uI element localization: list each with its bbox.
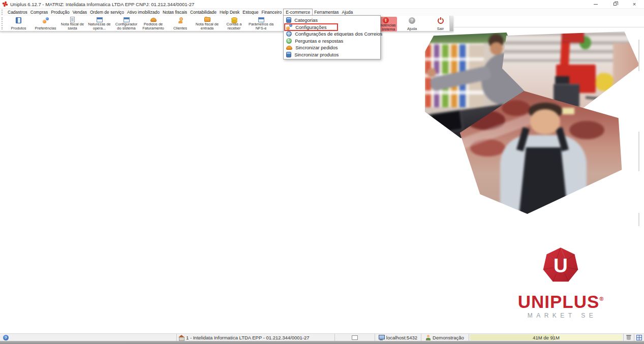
restore-button[interactable]: [605, 0, 625, 8]
folder-icon: [204, 17, 210, 22]
minimize-icon: [594, 4, 598, 5]
window-icon: [258, 17, 264, 22]
menu-financeiro[interactable]: Financeiro: [260, 9, 283, 16]
uniplus-monogram: U: [554, 255, 568, 276]
menuitem-perguntas-respostas[interactable]: ↻ Perguntas e respostas: [284, 38, 380, 45]
toolbar-contas-receber[interactable]: Contas a receber: [221, 16, 248, 31]
user-icon: [426, 335, 431, 340]
checkbox-indicator-icon: [352, 335, 358, 340]
window-controls: ×: [586, 0, 644, 8]
toolbar-naturezas-operacao[interactable]: Naturezas de opera...: [86, 16, 113, 31]
menu-vendas[interactable]: Vendas: [71, 9, 88, 16]
backdrop-edge-fragment: [638, 132, 639, 171]
menu-producao[interactable]: Produção: [49, 9, 71, 16]
menu-ecommerce-label: E-commerce: [286, 10, 310, 15]
minimize-button[interactable]: [586, 0, 605, 8]
menu-ecommerce[interactable]: E-commerce Categorias Configurações Con: [283, 9, 313, 16]
coins-icon: [231, 17, 237, 22]
toolbar-scroll-strip: [449, 16, 453, 31]
toolbar-nota-fiscal-entrada[interactable]: Nota fiscal de entrada: [194, 16, 221, 31]
logo-tagline: MARKET SE: [506, 312, 616, 319]
menuitem-sincronizar-produtos[interactable]: Sincronizar produtos: [284, 51, 380, 58]
basket-icon: [286, 46, 292, 50]
computer-icon: [379, 335, 384, 340]
database-icon: [286, 52, 291, 57]
backdrop-top-edge: [454, 27, 644, 27]
toolbar-parametros-nfse[interactable]: Parâmetros da NFS-e: [248, 16, 274, 31]
settings-balls-icon: [43, 17, 49, 23]
backdrop-edge-fragment: [638, 40, 639, 71]
close-button[interactable]: ×: [625, 0, 644, 8]
status-bar: ? 1 - Intelidata Informatica LTDA EPP - …: [0, 333, 644, 341]
uniplus-logo: U UNIPLUS® MARKET SE: [506, 245, 616, 319]
basket-icon: [150, 18, 157, 22]
status-server-segment: localhost:5432: [375, 334, 421, 341]
window-title: Uniplus 6.12.7 - MATRIZ: Intelidata Info…: [10, 2, 194, 7]
menu-ordem-de-servico[interactable]: Ordem de serviço: [88, 9, 126, 16]
window-icon: [124, 17, 130, 22]
menubar-drag-handle[interactable]: [2, 10, 5, 15]
status-checkbox-segment: [334, 334, 375, 341]
status-trash-segment: [623, 334, 634, 341]
product-box-icon: [16, 17, 21, 23]
toolbar-produtos[interactable]: Produtos: [5, 16, 32, 31]
menu-ajuda[interactable]: Ajuda: [341, 9, 355, 16]
toolbar-ajuda[interactable]: ? Ajuda: [398, 17, 425, 32]
status-server-text: localhost:5432: [386, 335, 417, 340]
menu-contabilidade[interactable]: Contabilidade: [189, 9, 218, 16]
toolbar-clientes[interactable]: Clientes: [167, 16, 194, 31]
window-icon: [97, 17, 103, 22]
status-location-segment: 1 - Intelidata Informatica LTDA EPP - 01…: [176, 334, 334, 341]
status-help-segment: ?: [0, 334, 176, 341]
globe-puzzle-icon: [286, 31, 292, 37]
settings-balls-icon: [286, 24, 292, 30]
memory-text: 41M de 91M: [470, 334, 622, 340]
toolbar-drag-handle[interactable]: [2, 17, 5, 29]
house-icon: [179, 335, 184, 340]
bottom-strip: [0, 341, 644, 344]
document-icon: [70, 17, 75, 22]
menuitem-configuracoes[interactable]: Configurações: [284, 24, 380, 31]
help-gray-icon: ?: [409, 17, 415, 24]
uniplus-gem-icon: U: [539, 245, 582, 288]
menu-compras[interactable]: Compras: [29, 9, 49, 16]
trash-icon[interactable]: [627, 335, 631, 340]
title-bar: Uniplus 6.12.7 - MATRIZ: Intelidata Info…: [0, 0, 644, 8]
toolbar-pedidos-faturamento[interactable]: Pedidos de Faturamento: [140, 16, 167, 31]
menu-notas-fiscais[interactable]: Notas fiscais: [161, 9, 189, 16]
menu-estoque[interactable]: Estoque: [241, 9, 260, 16]
menu-ativo-imobilizado[interactable]: Ativo imobilizado: [126, 9, 161, 16]
menu-ferramentas[interactable]: Ferramentas: [313, 9, 340, 16]
restore-icon: [614, 3, 617, 6]
status-user-segment: Demonstração: [421, 334, 469, 341]
menu-cadastros[interactable]: Cadastros: [6, 9, 29, 16]
power-icon: [438, 18, 444, 24]
backdrop-edge-fragment: [638, 213, 639, 226]
menu-bar: Cadastros Compras Produção Vendas Ordem …: [0, 8, 644, 16]
toolbar-nota-fiscal-saida[interactable]: Nota fiscal de saída: [59, 16, 86, 31]
status-user-text: Demonstração: [433, 335, 464, 340]
ecommerce-dropdown: Categorias Configurações Configurações d…: [283, 15, 381, 59]
person-icon: [178, 17, 183, 23]
memory-bar: 41M de 91M: [470, 334, 622, 340]
toolbar-preferencias[interactable]: Preferências: [32, 16, 59, 31]
globe-sync-icon: ↻: [286, 38, 292, 44]
toolbar: Produtos Preferências Nota fiscal de saí…: [0, 16, 453, 32]
menuitem-categorias[interactable]: Categorias: [284, 17, 380, 24]
database-icon: [286, 17, 291, 23]
close-icon: ×: [633, 2, 636, 7]
grid-icon[interactable]: [636, 335, 642, 340]
menuitem-sincronizar-pedidos[interactable]: Sincronizar pedidos: [284, 44, 380, 51]
status-grid-segment: [634, 334, 644, 341]
toolbar-configurador-sistema[interactable]: Configurador do sistema: [113, 16, 140, 31]
status-memory-segment: 41M de 91M: [469, 334, 623, 341]
content-area: U UNIPLUS® MARKET SE: [0, 16, 644, 333]
logo-brand-text: UNIPLUS®: [506, 290, 616, 310]
uniplus-window: Uniplus 6.12.7 - MATRIZ: Intelidata Info…: [0, 0, 644, 344]
menuitem-etiquetas-correios[interactable]: Configurações de etiquetas dos Correios: [284, 30, 380, 38]
app-icon: [3, 2, 8, 7]
menu-help-desk[interactable]: Help Desk: [218, 9, 241, 16]
status-location-text: 1 - Intelidata Informatica LTDA EPP - 01…: [186, 335, 310, 340]
help-icon[interactable]: ?: [3, 335, 9, 340]
registered-mark: ®: [599, 296, 603, 302]
